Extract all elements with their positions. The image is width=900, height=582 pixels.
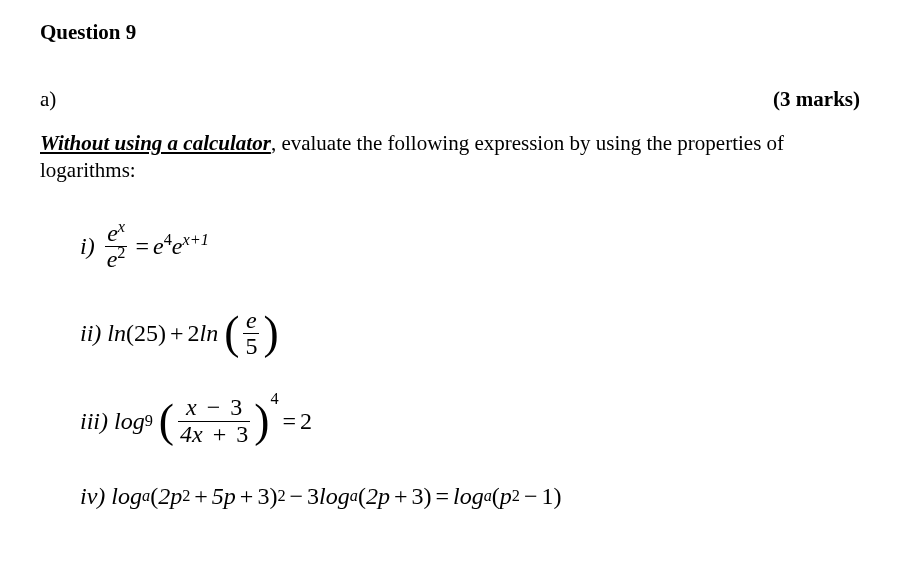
i-den-exp: 2 (117, 243, 125, 262)
iii-eq: = (283, 408, 297, 435)
iv-t3-op: − (524, 483, 538, 510)
iv-t3-close: ) (554, 483, 562, 510)
marks-label: (3 marks) (773, 87, 860, 112)
math-item-i: i) ex e2 = e4ex+1 (80, 221, 860, 272)
iii-den-a: 4x (180, 421, 203, 447)
i-num-base: e (107, 220, 118, 246)
iv-t1-close: ) (269, 483, 277, 510)
i-den-base: e (107, 246, 118, 272)
iv-t1-open: ( (150, 483, 158, 510)
iv-log3: log (453, 483, 484, 510)
iv-t3-a: p (500, 483, 512, 510)
question-header: Question 9 (40, 20, 860, 45)
iii-rhs: 2 (300, 408, 312, 435)
iv-minus: − (290, 483, 304, 510)
iii-num-b: 3 (230, 394, 242, 420)
ii-coef2: 2 (188, 320, 200, 347)
instruction-emphasis: Without using a calculator (40, 131, 271, 155)
math-item-iv: iv) loga(2p2 + 5p + 3)2 − 3loga(2p + 3) … (80, 483, 860, 510)
iv-t2-op: + (394, 483, 408, 510)
math-item-iii: iii) log9 ( x − 3 4x + 3 ) 4 = 2 (80, 395, 860, 446)
iv-t1-b: 5p (212, 483, 236, 510)
ii-frac-den: 5 (243, 333, 259, 359)
iv-t2-b: 3 (411, 483, 423, 510)
i-rhs-b: ex+1 (172, 233, 209, 260)
i-num-exp: x (118, 217, 125, 236)
iii-den-op: + (213, 421, 227, 447)
roman-iii: iii) (80, 408, 108, 435)
iv-t1-op2: + (240, 483, 254, 510)
roman-ii: ii) (80, 320, 101, 347)
iii-den-b: 3 (236, 421, 248, 447)
part-row: a) (3 marks) (40, 87, 860, 112)
iv-t1-op1: + (194, 483, 208, 510)
iii-paren: ( x − 3 4x + 3 ) (159, 395, 270, 446)
iv-t2-open: ( (358, 483, 366, 510)
part-label: a) (40, 87, 56, 112)
iii-log: log (114, 408, 145, 435)
iii-num-a: x (186, 394, 197, 420)
ii-paren: ( e 5 ) (224, 308, 278, 359)
iv-log2: log (319, 483, 350, 510)
iv-t2-coef: 3 (307, 483, 319, 510)
roman-i: i) (80, 233, 95, 260)
fraction-i-lhs: ex e2 (105, 221, 128, 272)
iv-t3-b: 1 (542, 483, 554, 510)
iv-t2-a: 2p (366, 483, 390, 510)
math-item-ii: ii) ln(25) + 2ln ( e 5 ) (80, 308, 860, 359)
ii-ln1-arg: (25) (126, 320, 166, 347)
iv-eq: = (435, 483, 449, 510)
ii-frac-num: e (244, 308, 259, 333)
iv-t1-a: 2p (158, 483, 182, 510)
ii-plus: + (170, 320, 184, 347)
iii-outer-exp: 4 (270, 391, 278, 407)
ii-ln1: ln (107, 320, 126, 347)
iv-t2-close: ) (423, 483, 431, 510)
iv-t1-c: 3 (257, 483, 269, 510)
ii-ln2: ln (200, 320, 219, 347)
iii-num-op: − (207, 394, 221, 420)
roman-iv: iv) (80, 483, 105, 510)
instruction-text: Without using a calculator, evaluate the… (40, 130, 860, 185)
iv-log1: log (111, 483, 142, 510)
i-rhs-a: e4 (153, 233, 172, 260)
math-list: i) ex e2 = e4ex+1 ii) ln(25) + 2ln ( e 5… (40, 221, 860, 510)
i-eq: = (135, 233, 149, 260)
iv-t3-open: ( (492, 483, 500, 510)
